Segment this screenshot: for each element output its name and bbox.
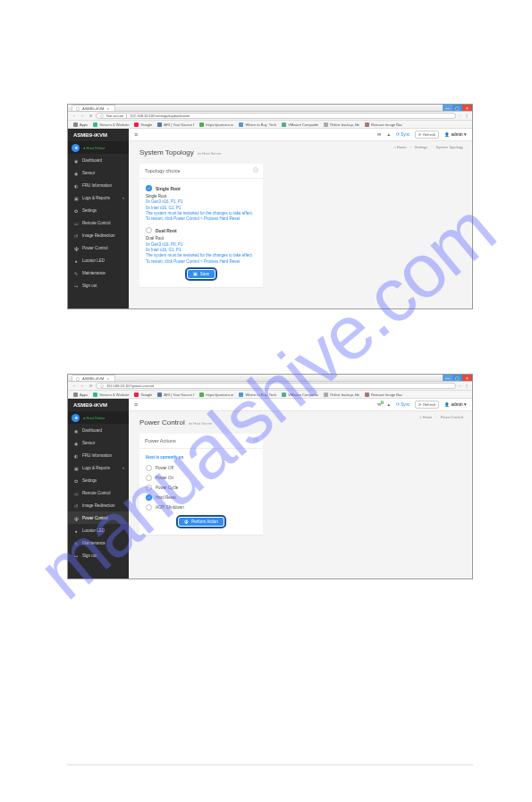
sidebar-item-remote-control[interactable]: ▭Remote Control (68, 486, 129, 499)
sidebar-item-image-redirection[interactable]: ↺Image Redirection (68, 229, 129, 241)
hamburger-icon[interactable]: ≡ (134, 401, 138, 408)
top-strip: ≡ ✉4 ▲ ⟳ Sync ⟳ Refresh 👤 admin ▾ (129, 399, 472, 411)
bookmark-item[interactable]: Google (134, 393, 152, 397)
menu-icon[interactable]: ⋮ (465, 384, 469, 388)
sidebar-item-settings[interactable]: ✿Settings (68, 474, 129, 486)
sidebar-item-logs-reports[interactable]: ▣Logs & Reports▾ (68, 461, 129, 474)
help-icon[interactable]: ? (253, 167, 258, 173)
bookmark-item[interactable]: Online backup, file (324, 122, 359, 127)
maximize-button[interactable]: ▢ (452, 375, 462, 381)
sync-link[interactable]: ⟳ Sync (396, 402, 410, 407)
bookmark-item[interactable]: Where to Buy: Tech (239, 122, 276, 127)
sidebar-item-settings[interactable]: ✿Settings (68, 204, 129, 216)
minimize-button[interactable]: — (443, 375, 452, 381)
browser-tab[interactable]: ▢ ASMB9-iKVM × (72, 105, 115, 111)
back-icon[interactable]: ← (72, 114, 77, 118)
browser-tab[interactable]: ▢ ASMB9-iKVM × (72, 375, 115, 381)
close-button[interactable]: × (462, 105, 472, 111)
help-icon[interactable]: ? (253, 437, 258, 443)
favicon (93, 122, 97, 127)
radio-dual-root[interactable]: Dual Root (146, 227, 257, 233)
message-icon[interactable]: ✉4 (377, 402, 381, 407)
sidebar-item-maintenance[interactable]: ✎Maintenance (68, 266, 129, 279)
power-option-acpi-shutdown[interactable]: ACPI Shutdown (146, 502, 257, 512)
refresh-button[interactable]: ⟳ Refresh (415, 401, 439, 409)
bookmark-item[interactable]: Apps (73, 122, 88, 127)
sidebar-item-logs-reports[interactable]: ▣Logs & Reports▾ (68, 191, 129, 204)
brand-title: ASMB9-iKVM (68, 399, 129, 411)
bookmark-item[interactable]: Google (134, 122, 152, 127)
sidebar-item-power-control[interactable]: ⏻Power Control (68, 511, 129, 524)
sync-link[interactable]: ⟳ Sync (396, 132, 410, 137)
bookmark-item[interactable]: Apps (73, 393, 88, 397)
radio-single-root[interactable]: ✓ Single Root (146, 185, 257, 191)
bookmark-item[interactable]: Servers & Workstn (93, 393, 129, 397)
sidebar-item-sign-out[interactable]: ↪Sign out (68, 549, 129, 561)
url-field[interactable]: ⓘ 192.168.10.10/#power-control (96, 383, 456, 389)
sidebar-item-remote-control[interactable]: ▭Remote Control (68, 216, 129, 229)
power-option-power-on[interactable]: Power On (146, 473, 257, 483)
menu-icon[interactable]: ⋮ (465, 114, 469, 118)
sidebar-item-sign-out[interactable]: ↪Sign out (68, 279, 129, 291)
nav-icon: ✿ (73, 208, 79, 214)
sidebar-item-locator-led[interactable]: ●Locator LED (68, 524, 129, 536)
alert-icon[interactable]: ▲ (386, 132, 390, 137)
perform-action-button[interactable]: ⏻ Perform Action (179, 518, 224, 526)
reload-icon[interactable]: ⟳ (88, 384, 93, 388)
bookmark-label: Apps (80, 122, 88, 127)
power-option-power-off[interactable]: Power Off (146, 463, 257, 473)
bookmark-item[interactable]: Servers & Workstn (93, 122, 129, 127)
tab-close-icon[interactable]: × (106, 106, 108, 111)
admin-menu[interactable]: 👤 admin ▾ (444, 402, 467, 407)
bookmark-item[interactable]: Where to Buy: Tech (239, 393, 276, 397)
bookmark-item[interactable]: Remove Image Bac (365, 393, 402, 397)
url-text: 192.168.10.10/#settings/topbookstate (130, 114, 190, 118)
bookmark-item[interactable]: https://partners.m (199, 393, 233, 397)
refresh-button[interactable]: ⟳ Refresh (415, 131, 439, 139)
window-titlebar: ▢ ASMB9-iKVM × — ▢ × (68, 375, 472, 382)
nav-label: Image Redirection (82, 503, 115, 508)
bookmark-item[interactable]: Online backup, file (324, 393, 359, 397)
tab-close-icon[interactable]: × (106, 376, 108, 381)
sidebar-item-dashboard[interactable]: ◉Dashboard (68, 424, 129, 436)
bookmark-item[interactable]: Remove Image Bac (365, 122, 402, 127)
bookmark-item[interactable]: ARI | Your Source f (157, 122, 194, 127)
maximize-button[interactable]: ▢ (452, 105, 462, 111)
power-option-label: Power Cycle (156, 485, 178, 490)
forward-icon[interactable]: → (80, 384, 85, 388)
close-button[interactable]: × (462, 375, 472, 381)
bookmark-item[interactable]: https://partners.m (199, 122, 233, 127)
minimize-button[interactable]: — (443, 105, 452, 111)
sidebar-item-fru-information[interactable]: ◐FRU Information (68, 449, 129, 461)
message-icon[interactable]: ✉ (377, 132, 381, 137)
breadcrumb-item[interactable]: ⌂ Home (393, 145, 406, 149)
bookmark-label: VMware Compatibi (288, 393, 318, 397)
sidebar-item-fru-information[interactable]: ◐FRU Information (68, 179, 129, 191)
reload-icon[interactable]: ⟳ (88, 114, 93, 118)
power-option-power-cycle[interactable]: Power Cycle (146, 483, 257, 493)
bookmark-icon[interactable]: ☆ (459, 384, 462, 388)
breadcrumb-item[interactable]: ⌂ Home (419, 415, 432, 419)
back-icon[interactable]: ← (72, 384, 77, 388)
sidebar-item-maintenance[interactable]: ✎Maintenance (68, 536, 129, 549)
admin-menu[interactable]: 👤 admin ▾ (444, 132, 467, 137)
hamburger-icon[interactable]: ≡ (134, 131, 138, 138)
power-option-hard-reset[interactable]: ✓Hard Reset (146, 493, 257, 502)
sidebar-item-locator-led[interactable]: ●Locator LED (68, 254, 129, 266)
sidebar-item-image-redirection[interactable]: ↺Image Redirection (68, 499, 129, 511)
bookmark-item[interactable]: ARI | Your Source f (157, 393, 194, 397)
sidebar-item-sensor[interactable]: ◉Sensor (68, 436, 129, 449)
sidebar-item-dashboard[interactable]: ◉Dashboard (68, 154, 129, 166)
bookmark-item[interactable]: VMware Compatibi (282, 393, 318, 397)
forward-icon[interactable]: → (80, 114, 85, 118)
breadcrumb-item[interactable]: Settings (415, 145, 427, 149)
bookmark-item[interactable]: VMware Compatibi (282, 122, 318, 127)
sidebar-item-sensor[interactable]: ◉Sensor (68, 166, 129, 179)
alert-icon[interactable]: ▲ (386, 402, 390, 407)
url-field[interactable]: ⓘ Not secure | 192.168.10.10/#settings/t… (96, 113, 456, 119)
bookmark-icon[interactable]: ☆ (459, 114, 462, 118)
bookmark-label: Google (140, 393, 152, 397)
save-button[interactable]: ▣ Save (188, 270, 215, 278)
nav-icon: ◉ (73, 171, 79, 176)
sidebar-item-power-control[interactable]: ⏻Power Control (68, 241, 129, 254)
